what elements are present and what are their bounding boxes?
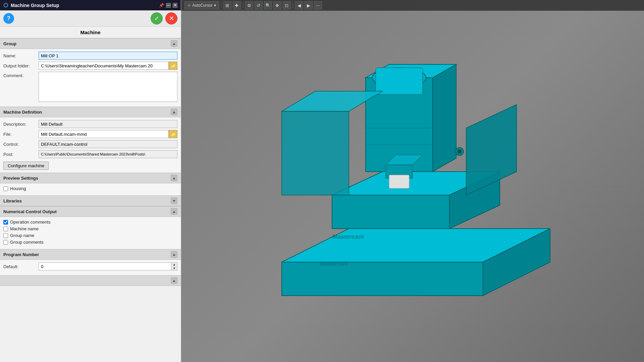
viewport-panel: ⊹ AutoCursor ▾ ⊞ ✚ ⚙ ↺ 🔍 ✥ ⊡ ◀ ▶ ⋯	[181, 0, 644, 362]
program-number-header[interactable]: Program Number ▲	[0, 249, 181, 260]
pin-icon[interactable]: 📌	[159, 3, 164, 8]
housing-row: Housing	[3, 186, 177, 191]
group-name-row: Group name	[3, 233, 177, 238]
more-collapse-btn[interactable]: ▲	[171, 277, 177, 284]
pan-btn[interactable]: ✥	[273, 1, 281, 9]
comment-textarea[interactable]	[39, 72, 177, 102]
post-label: Post:	[3, 152, 39, 157]
help-button[interactable]: ?	[3, 13, 14, 24]
more-options-btn[interactable]: ⋯	[314, 1, 322, 9]
default-input[interactable]	[39, 262, 171, 270]
description-label: Description:	[3, 122, 39, 127]
machine-name-checkbox[interactable]	[3, 227, 8, 231]
numerical-control-collapse-btn[interactable]: ▲	[171, 208, 177, 215]
program-number-body: Default: ▲ ▼	[0, 260, 181, 275]
rotate-btn[interactable]: ↺	[255, 1, 263, 9]
svg-text:Mastercam: Mastercam	[320, 260, 348, 266]
toolbar-separator-3	[293, 2, 293, 9]
program-number-collapse-btn[interactable]: ▲	[171, 251, 177, 258]
description-input[interactable]	[39, 120, 177, 128]
spin-down-button[interactable]: ▼	[171, 266, 177, 270]
output-folder-group: 📁	[39, 62, 177, 70]
group-name-checkbox[interactable]	[3, 233, 8, 238]
autocursor-button[interactable]: ⊹ AutoCursor ▾	[184, 1, 219, 9]
svg-rect-16	[376, 68, 423, 95]
housing-label[interactable]: Housing	[10, 186, 26, 191]
confirm-button[interactable]: ✓	[151, 12, 163, 24]
configure-machine-button[interactable]: Configure machine	[3, 162, 49, 170]
machine-name-row: Machine name	[3, 226, 177, 231]
group-name-label[interactable]: Group name	[10, 233, 34, 238]
group-collapse-btn[interactable]: ▲	[171, 40, 177, 47]
svg-text:Mastercam: Mastercam	[332, 233, 364, 240]
file-group: 📁	[39, 130, 177, 138]
post-row: Post:	[3, 150, 177, 158]
comment-label: Comment:	[3, 72, 39, 78]
numerical-control-body: Operation comments Machine name Group na…	[0, 217, 181, 249]
group-comments-checkbox[interactable]	[3, 240, 8, 245]
panel-content: Group ▲ Name: Output folder: 📁 Comment:	[0, 38, 181, 362]
zoom-in-btn[interactable]: 🔍	[264, 1, 272, 9]
minimize-button[interactable]: —	[166, 3, 171, 8]
arrow-left-btn[interactable]: ◀	[295, 1, 303, 9]
more-section-header[interactable]: ▲	[0, 275, 181, 286]
libraries-collapse-btn[interactable]: ▼	[171, 197, 177, 204]
fit-btn[interactable]: ⊡	[283, 1, 291, 9]
settings-btn[interactable]: ⚙	[245, 1, 253, 9]
file-input[interactable]	[39, 130, 169, 138]
numerical-control-header[interactable]: Numerical Control Output ▲	[0, 206, 181, 217]
operation-comments-label[interactable]: Operation comments	[10, 220, 51, 225]
svg-marker-21	[466, 105, 517, 195]
control-row: Control:	[3, 140, 177, 148]
toolbar-separator-1	[221, 2, 221, 9]
control-input[interactable]	[39, 140, 177, 148]
description-row: Description:	[3, 120, 177, 128]
preview-settings-collapse-btn[interactable]: ▲	[171, 175, 177, 181]
default-row: Default: ▲ ▼	[3, 262, 177, 270]
operation-comments-checkbox[interactable]	[3, 220, 8, 225]
machine-name-label[interactable]: Machine name	[10, 226, 39, 231]
machine-definition-body: Description: File: 📁 Control: Post: Conf…	[0, 117, 181, 173]
file-browse-button[interactable]: 📁	[169, 130, 177, 138]
viewport-3d: Mastercam Mastercam	[181, 11, 644, 362]
svg-marker-19	[282, 111, 349, 195]
svg-rect-22	[389, 175, 409, 188]
svg-marker-7	[282, 262, 483, 296]
group-comments-row: Group comments	[3, 240, 177, 245]
post-input[interactable]	[39, 150, 177, 158]
snapping-btn[interactable]: ✚	[233, 1, 241, 9]
name-label: Name:	[3, 53, 39, 58]
confirm-cancel-group: ✓ ✕	[151, 12, 177, 24]
libraries-section-header[interactable]: Libraries ▼	[0, 195, 181, 206]
preview-settings-header[interactable]: Preview Settings ▲	[0, 173, 181, 183]
file-row: File: 📁	[3, 130, 177, 138]
action-bar: ? ✓ ✕	[0, 10, 181, 27]
group-section-header[interactable]: Group ▲	[0, 38, 181, 49]
autocursor-dropdown-icon: ▾	[214, 3, 216, 8]
svg-marker-10	[332, 195, 449, 229]
output-folder-input[interactable]	[39, 62, 169, 70]
window-title: Machine Group Setup	[11, 3, 59, 8]
title-bar-controls: 📌 — ✕	[159, 3, 177, 8]
preview-settings-body: Housing	[0, 183, 181, 195]
output-folder-browse-button[interactable]: 📁	[169, 62, 177, 70]
output-folder-row: Output folder: 📁	[3, 62, 177, 70]
svg-marker-14	[433, 64, 456, 172]
app-logo: ⬡	[3, 2, 8, 8]
housing-checkbox[interactable]	[3, 186, 8, 191]
machine-3d-svg: Mastercam Mastercam	[181, 11, 644, 362]
machine-definition-header[interactable]: Machine Definition ▲	[0, 107, 181, 117]
grid-icon-btn[interactable]: ⊞	[223, 1, 231, 9]
cancel-button[interactable]: ✕	[165, 12, 177, 24]
spin-up-button[interactable]: ▲	[171, 263, 177, 266]
name-input[interactable]	[39, 52, 177, 60]
title-bar-left: ⬡ Machine Group Setup	[3, 2, 59, 8]
comment-row: Comment:	[3, 72, 177, 102]
cursor-icon: ⊹	[187, 3, 191, 8]
machine-definition-collapse-btn[interactable]: ▲	[171, 109, 177, 115]
output-folder-label: Output folder:	[3, 63, 39, 68]
close-window-button[interactable]: ✕	[173, 3, 177, 8]
group-comments-label[interactable]: Group comments	[10, 240, 44, 245]
arrow-right-btn[interactable]: ▶	[305, 1, 313, 9]
operation-comments-row: Operation comments	[3, 220, 177, 225]
